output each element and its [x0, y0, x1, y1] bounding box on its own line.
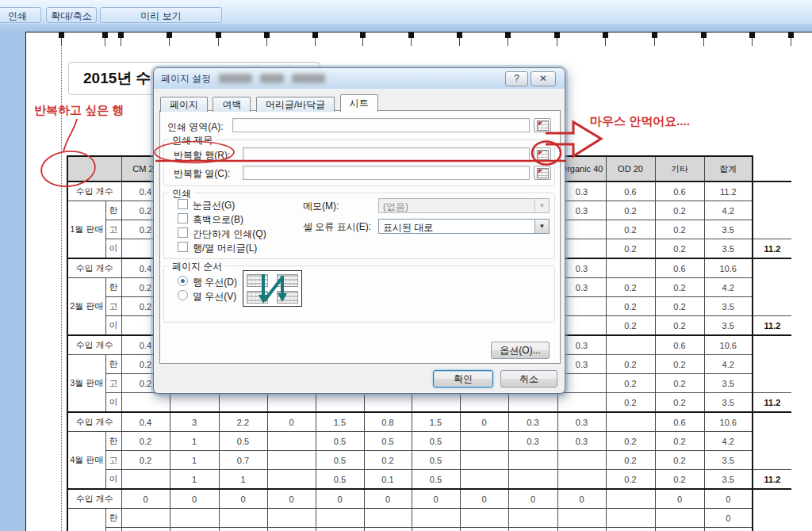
censored-text	[219, 74, 252, 83]
table-cell: 1	[170, 470, 219, 490]
table-cell	[170, 528, 219, 531]
over-then-down-radio[interactable]	[178, 290, 188, 300]
margin-handle-stem	[266, 38, 267, 46]
table-cell: 0.5	[316, 451, 364, 470]
table-cell: 0.4	[121, 412, 170, 432]
margin-handle[interactable]	[118, 32, 124, 38]
table-cell	[364, 509, 412, 528]
table-cell	[412, 393, 460, 413]
margin-handle[interactable]	[457, 32, 462, 38]
table-cell: 0.2	[606, 355, 655, 374]
table-cell: 0	[267, 412, 316, 432]
table-cell: 10.6	[704, 412, 753, 432]
table-cell	[267, 393, 316, 413]
down-then-over-radio[interactable]	[178, 276, 188, 286]
margin-handle[interactable]	[749, 32, 755, 38]
table-cell: 0.6	[655, 181, 704, 201]
table-cell: 0.2	[655, 220, 704, 239]
sub-label-cell: 한	[105, 432, 121, 451]
table-cell	[412, 509, 460, 528]
print-button[interactable]: 인쇄	[0, 7, 41, 23]
margin-handle[interactable]	[788, 32, 794, 38]
table-cell: 0.2	[364, 451, 412, 470]
margin-handle[interactable]	[360, 32, 366, 38]
margin-handle[interactable]	[312, 32, 318, 38]
income-label-cell: 수입 개수	[67, 412, 121, 432]
table-cell: 0.7	[219, 451, 267, 470]
page-setup-dialog: 페이지 설정 ? ✕ 페이지 여백 머리글/바닥글 시트 인쇄 영역(A): 인…	[153, 67, 565, 394]
table-cell: 0	[704, 528, 753, 531]
print-area-input[interactable]	[232, 118, 530, 132]
tab-header-footer[interactable]: 머리글/바닥글	[256, 97, 335, 112]
table-outer-cell	[753, 220, 791, 239]
zoom-toggle-button[interactable]: 확대/축소	[46, 7, 97, 23]
print-margin-dotted-line	[61, 37, 62, 531]
margin-handle[interactable]	[652, 32, 657, 38]
tab-page[interactable]: 페이지	[160, 97, 208, 112]
comments-dropdown[interactable]: (없음) ▼	[378, 198, 550, 213]
table-outer-cell	[753, 432, 791, 451]
dialog-title-bar[interactable]: 페이지 설정	[154, 68, 565, 89]
table-outer-cell	[753, 489, 791, 509]
help-button[interactable]: ?	[505, 71, 528, 86]
margin-handle[interactable]	[701, 32, 707, 38]
black-and-white-label: 흑백으로(B)	[193, 213, 243, 227]
table-cell: 0.2	[655, 432, 704, 451]
repeat-cols-collapse-button[interactable]	[534, 166, 551, 180]
draft-quality-label: 간단하게 인쇄(Q)	[193, 227, 266, 241]
table-cell: 0.2	[121, 432, 170, 451]
tab-sheet[interactable]: 시트	[340, 94, 378, 112]
preview-button[interactable]: 미리 보기	[100, 7, 222, 23]
margin-handle[interactable]	[554, 32, 560, 38]
margin-handle[interactable]	[216, 32, 221, 38]
table-cell: 3.5	[704, 297, 753, 316]
margin-handle[interactable]	[264, 32, 270, 38]
table-cell: 0	[364, 489, 412, 509]
margin-handle-stem	[218, 38, 219, 46]
table-cell: 0.6	[606, 181, 655, 201]
black-and-white-checkbox[interactable]	[178, 213, 188, 223]
margin-handle-stem	[654, 38, 655, 46]
grand-total-cell: 11.2	[753, 239, 791, 259]
repeat-cols-input[interactable]	[243, 166, 530, 180]
repeat-rows-input[interactable]	[243, 147, 530, 162]
sub-label-cell: 한	[105, 509, 121, 528]
table-cell	[170, 509, 219, 528]
sub-label-cell: 한	[105, 201, 121, 220]
options-button[interactable]: 옵션(O)...	[491, 342, 550, 359]
margin-handle[interactable]	[102, 32, 108, 38]
print-area-collapse-button[interactable]	[534, 118, 551, 132]
table-cell: 1.5	[316, 412, 364, 432]
table-cell	[508, 470, 557, 490]
repeat-rows-collapse-button[interactable]	[534, 147, 551, 162]
table-cell: 0.2	[606, 220, 655, 239]
margin-handle[interactable]	[505, 32, 511, 38]
sub-label-cell: 고	[105, 297, 121, 316]
margin-handle-stem	[362, 38, 363, 46]
margin-handle-stem	[508, 38, 508, 46]
down-then-over-label: 행 우선(D)	[193, 276, 237, 289]
table-cell	[267, 432, 316, 451]
cell-errors-dropdown[interactable]: 표시된 대로 ▼	[378, 219, 550, 234]
margin-handle-stem	[459, 38, 460, 46]
draft-quality-checkbox[interactable]	[178, 227, 188, 238]
sales-row: 4월 판매한0.210.50.50.50.50.30.30.20.24.2	[67, 432, 791, 451]
table-outer-cell	[753, 156, 791, 181]
margin-handle[interactable]	[408, 32, 414, 38]
sales-row: 이110.50.10.50.20.23.511.2	[67, 470, 791, 490]
page-order-arrows-icon	[243, 271, 301, 306]
table-cell	[606, 509, 655, 528]
cancel-button[interactable]: 취소	[500, 370, 557, 388]
margin-handle[interactable]	[167, 32, 172, 38]
tab-margins[interactable]: 여백	[213, 97, 251, 112]
table-cell: 0.2	[606, 470, 655, 490]
close-icon[interactable]: ✕	[530, 71, 556, 86]
table-cell: 0.2	[655, 316, 704, 336]
margin-handle[interactable]	[603, 32, 608, 38]
table-cell: 0.5	[412, 470, 460, 490]
table-cell	[508, 393, 557, 413]
ok-button[interactable]: 확인	[433, 370, 493, 388]
gridlines-checkbox[interactable]	[178, 199, 188, 209]
margin-handle[interactable]	[59, 32, 64, 38]
row-col-headings-checkbox[interactable]	[178, 242, 188, 252]
